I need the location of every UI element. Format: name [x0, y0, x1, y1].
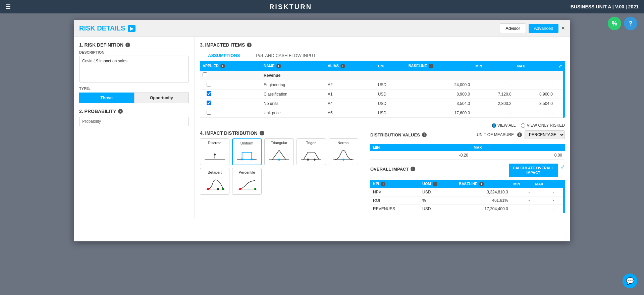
top-icons: % ? [608, 17, 637, 30]
engineering-checkbox[interactable] [207, 82, 211, 86]
percent-icon-btn[interactable]: % [608, 17, 621, 30]
unitprice-checkbox[interactable] [207, 110, 211, 115]
npv-min: - [511, 188, 533, 196]
dist-triangular[interactable]: Triangular [264, 138, 294, 165]
opportunity-btn[interactable]: Opportunity [134, 93, 189, 103]
dist-percentile-chart [235, 176, 259, 192]
kpi-col-max: MAX [532, 180, 557, 188]
revenues-max: - [532, 204, 557, 213]
dist-normal[interactable]: Normal [329, 138, 358, 165]
right-panel: 3. IMPACTED ITEMS i ASSUMPTIONS P&L AND … [195, 37, 570, 219]
nbunits-max: 3,504.0 [514, 99, 555, 108]
nbunits-min: 2,803.2 [473, 99, 514, 108]
type-label: TYPE: [79, 86, 189, 91]
min-value: -0.20 [370, 151, 471, 160]
advisor-tab-btn[interactable]: Advisor [500, 23, 526, 33]
dist-betapert[interactable]: Betapert [200, 168, 229, 195]
impacted-items-title: 3. IMPACTED ITEMS i [200, 42, 565, 48]
dist-values-title: DISTRIBUTION VALUES i [370, 132, 427, 137]
svg-point-8 [278, 159, 280, 161]
overall-impact-title: OVERALL IMPACT i [370, 167, 415, 172]
col-applied: APPLIED i [200, 61, 261, 71]
classification-baseline: 8,900.0 [406, 90, 473, 99]
video-icon[interactable]: ▶ [128, 25, 136, 32]
unitprice-baseline: 17,600.0 [406, 108, 473, 118]
dist-percentile[interactable]: Percentile [232, 168, 262, 195]
revenue-group-checkbox[interactable] [203, 72, 207, 77]
tab-assumptions[interactable]: ASSUMPTIONS [200, 50, 248, 61]
classification-checkbox[interactable] [207, 91, 211, 96]
revenues-kpi: REVENUES [370, 204, 420, 213]
advanced-tab-btn[interactable]: Advanced [529, 24, 559, 33]
engineering-name: Engineering [261, 80, 325, 90]
kpi-table-container: KPI i UOM i BASELINE i MIN MAX [370, 180, 565, 213]
distribution-values-section: DISTRIBUTION VALUES i UNIT OF MEASURE i … [370, 130, 565, 160]
impact-distribution-title: 4. IMPACT DISTRIBUTION i [200, 130, 365, 136]
npv-baseline: 3,324,810.3 [456, 188, 511, 196]
engineering-baseline: 24,000.0 [406, 80, 473, 90]
probability-info-icon: i [118, 109, 123, 114]
dist-normal-label: Normal [337, 141, 349, 145]
modal-title: RISK DETAILS ▶ [79, 24, 136, 32]
dist-trigen[interactable]: Trigen [297, 138, 326, 165]
classification-max: 8,900.0 [514, 90, 555, 99]
dist-discrete[interactable]: Discrete [200, 138, 229, 165]
kpi-scroll-indicator [563, 180, 565, 213]
engineering-max: - [514, 80, 555, 90]
roi-max: - [532, 196, 557, 204]
kpi-col-uom: UOM i [420, 180, 456, 188]
probability-input[interactable] [79, 117, 189, 126]
dist-uniform[interactable]: Uniform [232, 138, 262, 165]
business-unit-label: BUSINESS UNIT A | V.00 | 2021 [571, 4, 639, 9]
close-modal-btn[interactable]: × [561, 25, 565, 32]
tab-pl[interactable]: P&L AND CASH FLOW INPUT [248, 50, 324, 61]
view-only-risked-option[interactable]: VIEW ONLY RISKED [521, 123, 565, 128]
nbunits-baseline: 3,504.0 [406, 99, 473, 108]
risk-details-modal: RISK DETAILS ▶ Advisor Advanced × 1. RIS… [74, 20, 570, 241]
svg-point-6 [251, 159, 253, 161]
svg-point-15 [207, 188, 209, 190]
nbunits-checkbox[interactable] [207, 101, 211, 105]
dist-trigen-chart [300, 146, 323, 163]
svg-rect-4 [242, 152, 252, 159]
npv-uom: USD [420, 188, 456, 196]
col-um: UM [375, 61, 406, 71]
overall-impact-section: OVERALL IMPACT i CALCULATE OVERALL IMPAC… [370, 164, 565, 213]
nbunits-um: USD [375, 99, 406, 108]
calculate-overall-impact-btn[interactable]: CALCULATE OVERALL IMPACT [509, 164, 558, 177]
classification-um: USD [375, 90, 406, 99]
overall-impact-expand-icon[interactable]: ⤢ [560, 164, 565, 170]
threat-btn[interactable]: Threat [79, 93, 134, 103]
unit-measure-select[interactable]: PERCENTAGE [525, 130, 565, 139]
unitprice-name: Unit price [261, 108, 325, 118]
svg-point-16 [222, 188, 224, 190]
help-icon-btn[interactable]: ? [624, 17, 637, 30]
risk-definition-title: 1. RISK DEFINITION i [79, 42, 189, 48]
max-header: MAX [471, 144, 565, 151]
modal-body: 1. RISK DEFINITION i DESCRIPTION: Covid-… [74, 37, 570, 219]
min-header: MIN [370, 144, 471, 151]
view-options: VIEW ALL VIEW ONLY RISKED [200, 123, 565, 128]
probability-title: 2. PROBABILITY i [79, 109, 189, 114]
risk-def-info-icon: i [125, 43, 130, 47]
unitprice-um: USD [375, 108, 406, 118]
kpi-col-min: MIN [511, 180, 533, 188]
view-all-option[interactable]: VIEW ALL [492, 123, 516, 128]
menu-icon[interactable]: ☰ [5, 3, 11, 10]
assumptions-table: APPLIED i NAME i ALIAS i UM BASELINE i M… [200, 61, 565, 118]
view-all-radio[interactable] [492, 123, 496, 128]
classification-min: 7,120.0 [473, 90, 514, 99]
left-panel: 1. RISK DEFINITION i DESCRIPTION: Covid-… [74, 37, 195, 219]
roi-kpi: ROI [370, 196, 420, 204]
roi-min: - [511, 196, 533, 204]
svg-point-11 [314, 159, 316, 161]
chat-btn[interactable]: 💬 [623, 274, 637, 288]
col-name: NAME i [261, 61, 325, 71]
description-box[interactable]: Covid-19 impact on sales [79, 56, 189, 82]
impact-dist-info-icon: i [260, 131, 264, 135]
dist-normal-chart [332, 146, 355, 163]
engineering-alias: A2 [325, 80, 375, 90]
view-only-risked-radio[interactable] [521, 123, 525, 128]
assumptions-table-container: APPLIED i NAME i ALIAS i UM BASELINE i M… [200, 61, 565, 118]
svg-point-5 [241, 159, 243, 161]
